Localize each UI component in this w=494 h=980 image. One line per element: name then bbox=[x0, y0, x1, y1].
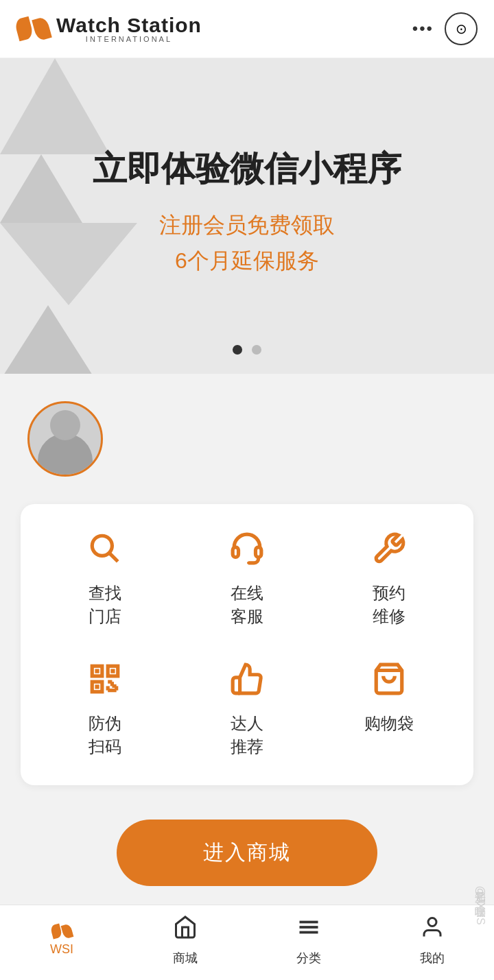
svg-rect-8 bbox=[95, 669, 99, 673]
wsi-leaf-right bbox=[61, 924, 74, 940]
banner-subtitle: 注册会员免费领取 6个月延保服务 bbox=[93, 208, 401, 278]
home-icon bbox=[173, 915, 198, 946]
action-book-repair-label: 预约维修 bbox=[373, 582, 405, 628]
header-actions: ••• ⊙ bbox=[412, 12, 478, 45]
nav-label-category: 分类 bbox=[296, 950, 321, 966]
nav-label-wsi: WSI bbox=[50, 942, 73, 957]
watermark: 知乎 @一块咖啡JXHS bbox=[473, 883, 487, 925]
nav-item-wsi[interactable]: WSI bbox=[34, 924, 89, 957]
avatar-head bbox=[50, 410, 80, 440]
record-button[interactable]: ⊙ bbox=[445, 12, 478, 45]
user-icon bbox=[420, 915, 445, 946]
actions-card: 查找门店 在线客服 预约维修 bbox=[21, 504, 473, 785]
brand-text: Watch Station INTERNATIONAL bbox=[56, 15, 202, 43]
action-online-service[interactable]: 在线客服 bbox=[176, 531, 318, 628]
svg-point-0 bbox=[93, 536, 113, 555]
svg-rect-9 bbox=[111, 669, 115, 673]
nav-item-mall[interactable]: 商城 bbox=[158, 915, 213, 966]
nav-label-account: 我的 bbox=[420, 950, 445, 966]
deco-triangle-1 bbox=[0, 58, 110, 154]
action-anti-fake-label: 防伪扫码 bbox=[89, 712, 121, 758]
wsi-logo-icon bbox=[51, 924, 72, 938]
brand-sub: INTERNATIONAL bbox=[56, 36, 202, 43]
bottom-nav: WSI 商城 分类 我的 bbox=[0, 905, 494, 980]
action-find-store[interactable]: 查找门店 bbox=[34, 531, 176, 628]
svg-point-21 bbox=[428, 918, 436, 927]
svg-rect-10 bbox=[95, 685, 99, 689]
menu-icon bbox=[296, 915, 321, 946]
nav-label-mall: 商城 bbox=[173, 950, 198, 966]
banner-subtitle-line1: 注册会员免费领取 bbox=[93, 208, 401, 243]
header: Watch Station INTERNATIONAL ••• ⊙ bbox=[0, 0, 494, 58]
action-find-store-label: 查找门店 bbox=[89, 582, 121, 628]
search-icon bbox=[88, 531, 122, 571]
action-recommend-label: 达人推荐 bbox=[231, 712, 263, 758]
cart-icon bbox=[372, 662, 406, 701]
action-shopping-bag-label: 购物袋 bbox=[364, 712, 414, 735]
action-recommend[interactable]: 达人推荐 bbox=[176, 662, 318, 758]
thumbsup-icon bbox=[230, 662, 264, 701]
headset-icon bbox=[230, 531, 264, 571]
action-online-service-label: 在线客服 bbox=[231, 582, 263, 628]
logo-leaf-right bbox=[32, 16, 52, 42]
actions-grid: 查找门店 在线客服 预约维修 bbox=[34, 531, 460, 758]
profile-section bbox=[0, 374, 494, 490]
avatar[interactable] bbox=[27, 401, 103, 477]
svg-point-4 bbox=[247, 562, 250, 564]
svg-rect-3 bbox=[255, 547, 261, 558]
action-anti-fake[interactable]: 防伪扫码 bbox=[34, 662, 176, 758]
enter-store-section: 进入商城 bbox=[0, 799, 494, 913]
brand-name: Watch Station bbox=[56, 15, 202, 36]
banner-dot-2[interactable] bbox=[252, 345, 261, 355]
banner-dots[interactable] bbox=[233, 345, 261, 355]
nav-item-category[interactable]: 分类 bbox=[281, 915, 336, 966]
enter-store-button[interactable]: 进入商城 bbox=[117, 820, 377, 886]
banner-title: 立即体验微信小程序 bbox=[93, 147, 401, 191]
svg-line-1 bbox=[110, 553, 118, 561]
banner: 立即体验微信小程序 注册会员免费领取 6个月延保服务 bbox=[0, 58, 494, 374]
banner-subtitle-line2: 6个月延保服务 bbox=[93, 243, 401, 278]
nav-item-account[interactable]: 我的 bbox=[405, 915, 460, 966]
record-icon: ⊙ bbox=[456, 21, 467, 37]
wrench-icon bbox=[372, 531, 406, 571]
logo-container: Watch Station INTERNATIONAL bbox=[16, 15, 202, 43]
deco-triangle-2 bbox=[0, 154, 82, 223]
action-book-repair[interactable]: 预约维修 bbox=[318, 531, 460, 628]
banner-dot-1[interactable] bbox=[233, 345, 242, 355]
avatar-body bbox=[38, 433, 93, 475]
svg-rect-2 bbox=[233, 547, 238, 558]
banner-content: 立即体验微信小程序 注册会员免费领取 6个月延保服务 bbox=[93, 147, 401, 278]
qrcode-icon bbox=[88, 662, 122, 701]
logo-icon bbox=[16, 18, 49, 40]
action-shopping-bag[interactable]: 购物袋 bbox=[318, 662, 460, 758]
more-options-button[interactable]: ••• bbox=[412, 19, 434, 38]
deco-triangle-4 bbox=[0, 305, 96, 374]
